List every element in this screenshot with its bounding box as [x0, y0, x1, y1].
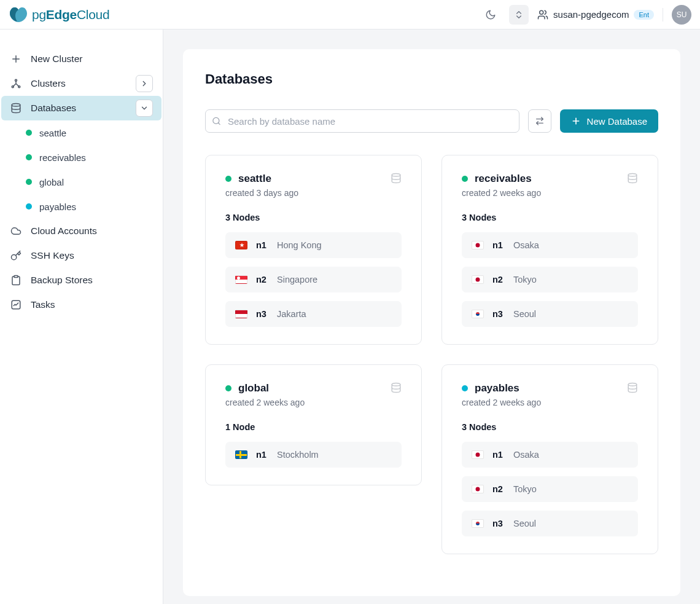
- plan-badge: Ent: [634, 10, 654, 20]
- database-icon: [391, 173, 402, 184]
- node-id: n2: [492, 275, 505, 284]
- svg-point-9: [392, 174, 400, 177]
- sidebar-item-new-cluster[interactable]: New Cluster: [1, 47, 161, 71]
- node-id: n1: [256, 240, 268, 250]
- node-row[interactable]: n3Jakarta: [225, 301, 402, 327]
- database-card-header: seattlecreated 3 days ago: [225, 173, 402, 198]
- search-input[interactable]: [205, 109, 519, 133]
- node-row[interactable]: n1Osaka: [462, 442, 638, 468]
- search-box: [205, 109, 519, 133]
- database-created: created 2 weeks ago: [462, 398, 541, 407]
- node-row[interactable]: n3Seoul: [462, 511, 638, 536]
- flag-icon: [235, 310, 247, 318]
- sidebar-subitem-database[interactable]: receivables: [17, 145, 163, 170]
- node-location: Singapore: [277, 275, 317, 284]
- database-card[interactable]: globalcreated 2 weeks ago1 Noden1Stockho…: [205, 364, 422, 485]
- sidebar-subitem-label: global: [39, 177, 64, 187]
- sidebar-item-ssh-keys[interactable]: SSH Keys: [1, 243, 161, 268]
- sidebar-item-databases[interactable]: Databases: [1, 96, 161, 120]
- expand-clusters-button[interactable]: [136, 75, 153, 92]
- node-row[interactable]: n1Osaka: [462, 232, 638, 258]
- avatar[interactable]: SU: [672, 5, 691, 25]
- node-row[interactable]: n1Stockholm: [225, 442, 402, 468]
- node-location: Seoul: [513, 519, 536, 528]
- chevron-down-icon: [140, 104, 149, 112]
- nodes-count-label: 3 Nodes: [462, 213, 638, 222]
- sidebar-item-label: SSH Keys: [31, 250, 153, 261]
- node-row[interactable]: n2Tokyo: [462, 267, 638, 292]
- database-card-header: receivablescreated 2 weeks ago: [462, 173, 638, 198]
- collapse-databases-button[interactable]: [136, 100, 153, 117]
- sidebar-item-label: New Cluster: [31, 53, 153, 65]
- chevrons-up-down-icon: [514, 10, 524, 20]
- cloud-icon: [10, 225, 22, 237]
- node-location: Jakarta: [277, 309, 306, 319]
- svg-point-12: [628, 383, 637, 386]
- nodes-count-label: 3 Nodes: [462, 422, 638, 432]
- database-card-header: globalcreated 2 weeks ago: [225, 382, 402, 407]
- flag-icon: [235, 450, 247, 459]
- tasks-icon: [10, 299, 22, 311]
- database-created: created 2 weeks ago: [462, 188, 541, 198]
- status-dot: [26, 203, 32, 210]
- flag-icon: [472, 519, 484, 528]
- flag-icon: [472, 450, 484, 459]
- database-name: seattle: [238, 173, 271, 185]
- node-id: n2: [492, 484, 505, 494]
- svg-point-4: [12, 104, 20, 107]
- sidebar-item-label: Databases: [31, 103, 127, 114]
- node-location: Tokyo: [513, 275, 537, 284]
- user-menu[interactable]: susan-pgedgecom Ent: [537, 9, 654, 20]
- sidebar-item-tasks[interactable]: Tasks: [1, 292, 161, 317]
- sidebar-item-cloud-accounts[interactable]: Cloud Accounts: [1, 219, 161, 243]
- node-row[interactable]: n2Tokyo: [462, 476, 638, 502]
- node-row[interactable]: n2Singapore: [225, 267, 402, 292]
- node-location: Stockholm: [277, 450, 319, 460]
- theme-toggle-button[interactable]: [481, 5, 500, 25]
- org-switcher-button[interactable]: [509, 5, 529, 25]
- new-database-button[interactable]: New Database: [560, 109, 658, 133]
- svg-point-0: [540, 10, 543, 14]
- users-icon: [537, 9, 548, 20]
- header-right: susan-pgedgecom Ent SU: [481, 5, 691, 25]
- node-location: Seoul: [513, 309, 536, 319]
- node-row[interactable]: n3Seoul: [462, 301, 638, 327]
- sort-icon: [535, 116, 545, 126]
- sidebar-item-label: Tasks: [31, 299, 153, 310]
- database-icon: [10, 102, 22, 114]
- sidebar-subitem-database[interactable]: payables: [17, 194, 163, 219]
- database-card[interactable]: seattlecreated 3 days ago3 Nodesn1Hong K…: [205, 155, 422, 345]
- plus-icon: [571, 116, 581, 126]
- sidebar-subitem-label: seattle: [39, 128, 66, 138]
- search-icon: [212, 117, 221, 126]
- database-card[interactable]: payablescreated 2 weeks ago3 Nodesn1Osak…: [441, 364, 658, 554]
- sidebar-item-backup-stores[interactable]: Backup Stores: [1, 268, 161, 292]
- node-location: Osaka: [513, 450, 539, 460]
- cluster-icon: [10, 77, 22, 90]
- node-id: n1: [492, 450, 505, 460]
- sort-button[interactable]: [528, 109, 551, 133]
- node-id: n3: [256, 309, 268, 319]
- user-name: susan-pgedgecom: [553, 9, 629, 20]
- database-card-header: payablescreated 2 weeks ago: [462, 382, 638, 407]
- node-location: Osaka: [513, 240, 539, 250]
- node-location: Tokyo: [513, 484, 537, 494]
- page-title: Databases: [205, 71, 658, 87]
- nodes-count-label: 3 Nodes: [225, 213, 402, 222]
- flag-icon: [235, 275, 247, 284]
- svg-point-11: [392, 383, 400, 386]
- sidebar-subitem-database[interactable]: seattle: [17, 120, 163, 145]
- node-row[interactable]: n1Hong Kong: [225, 232, 402, 258]
- status-dot: [26, 154, 32, 160]
- divider: [663, 8, 663, 22]
- sidebar-item-clusters[interactable]: Clusters: [1, 71, 161, 96]
- logo-icon: [9, 5, 28, 25]
- sidebar-subitem-database[interactable]: global: [17, 170, 163, 194]
- chevron-right-icon: [140, 79, 149, 88]
- nodes-count-label: 1 Node: [225, 422, 402, 432]
- database-created: created 2 weeks ago: [225, 398, 305, 407]
- database-icon: [627, 382, 638, 393]
- database-card[interactable]: receivablescreated 2 weeks ago3 Nodesn1O…: [441, 155, 658, 345]
- logo[interactable]: pgEdgeCloud: [9, 5, 109, 25]
- database-name: receivables: [475, 173, 532, 185]
